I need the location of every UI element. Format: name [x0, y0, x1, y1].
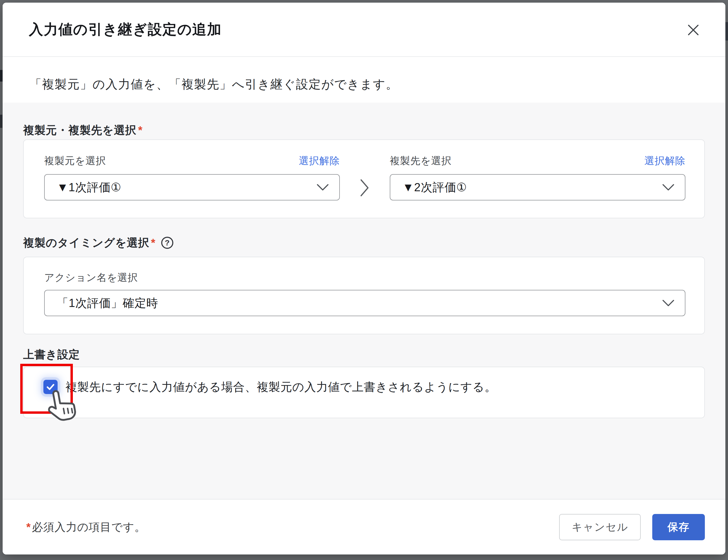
background-page-fragment: [0, 70, 3, 82]
section-label-timing: 複製のタイミングを選択* ?: [23, 236, 705, 249]
source-select-dropdown[interactable]: ▼1次評価①: [44, 174, 340, 200]
add-inheritance-setting-dialog: 入力値の引き継ぎ設定の追加 「複製元」の入力値を、「複製先」へ引き継ぐ設定ができ…: [3, 3, 725, 554]
check-icon: [46, 382, 55, 392]
section-label-text: 上書き設定: [23, 348, 80, 361]
section-label-text: 複製のタイミングを選択: [23, 236, 149, 249]
dimmed-page-backdrop: 入力値の引き継ぎ設定の追加 「複製元」の入力値を、「複製先」へ引き継ぐ設定ができ…: [0, 0, 728, 560]
source-target-card: 複製元を選択 選択解除 ▼1次評価①: [23, 139, 705, 218]
footer-buttons: キャンセル 保存: [559, 514, 705, 540]
dialog-header: 入力値の引き継ぎ設定の追加: [3, 3, 725, 57]
action-select-value: 「1次評価」確定時: [57, 295, 158, 311]
background-page-fragment: [725, 22, 728, 41]
target-column: 複製先を選択 選択解除 ▼2次評価①: [390, 155, 685, 200]
overwrite-checkbox-label: 複製先にすでに入力値がある場合、複製元の入力値で上書きされるようにする。: [65, 380, 497, 394]
close-button[interactable]: [685, 22, 702, 38]
dialog-footer: * 必須入力の項目です。 キャンセル 保存: [3, 499, 725, 554]
section-label-text: 複製元・複製先を選択: [23, 124, 137, 137]
help-icon[interactable]: ?: [161, 237, 173, 249]
required-note: * 必須入力の項目です。: [23, 520, 146, 534]
section-label-overwrite: 上書き設定: [23, 348, 705, 361]
dialog-title: 入力値の引き継ぎ設定の追加: [29, 20, 222, 39]
required-asterisk: *: [138, 124, 143, 137]
chevron-down-icon: [662, 299, 674, 307]
required-note-text: 必須入力の項目です。: [32, 520, 146, 534]
chevron-down-icon: [317, 184, 329, 191]
close-icon: [687, 24, 700, 36]
source-column-header: 複製元を選択 選択解除: [44, 155, 340, 167]
section-label-source-target: 複製元・複製先を選択*: [23, 124, 705, 137]
target-select-dropdown[interactable]: ▼2次評価①: [390, 174, 685, 200]
required-asterisk: *: [26, 521, 31, 533]
source-column: 複製元を選択 選択解除 ▼1次評価①: [44, 155, 340, 200]
target-column-header: 複製先を選択 選択解除: [390, 155, 685, 167]
required-asterisk: *: [151, 236, 155, 249]
source-clear-selection-link[interactable]: 選択解除: [299, 154, 340, 168]
overwrite-card: 複製先にすでに入力値がある場合、複製元の入力値で上書きされるようにする。: [23, 367, 705, 418]
overwrite-checkbox[interactable]: [43, 380, 58, 394]
action-select-dropdown[interactable]: 「1次評価」確定時: [44, 290, 685, 316]
target-select-value: ▼2次評価①: [402, 180, 467, 195]
chevron-down-icon: [662, 184, 674, 191]
source-select-label: 複製元を選択: [44, 154, 106, 168]
target-clear-selection-link[interactable]: 選択解除: [644, 154, 685, 168]
source-select-value: ▼1次評価①: [57, 180, 121, 195]
target-select-label: 複製先を選択: [390, 154, 452, 168]
action-select-label: アクション名を選択: [44, 271, 685, 283]
save-button[interactable]: 保存: [652, 514, 705, 540]
background-page-fragment: [0, 115, 2, 128]
dialog-body: 複製元・複製先を選択* 複製元を選択 選択解除 ▼1次評価①: [3, 103, 725, 499]
arrow-right-icon: [340, 155, 390, 197]
timing-card: アクション名を選択 「1次評価」確定時: [23, 257, 705, 334]
dialog-description: 「複製元」の入力値を、「複製先」へ引き継ぐ設定ができます。: [3, 57, 725, 103]
cancel-button[interactable]: キャンセル: [559, 514, 641, 540]
